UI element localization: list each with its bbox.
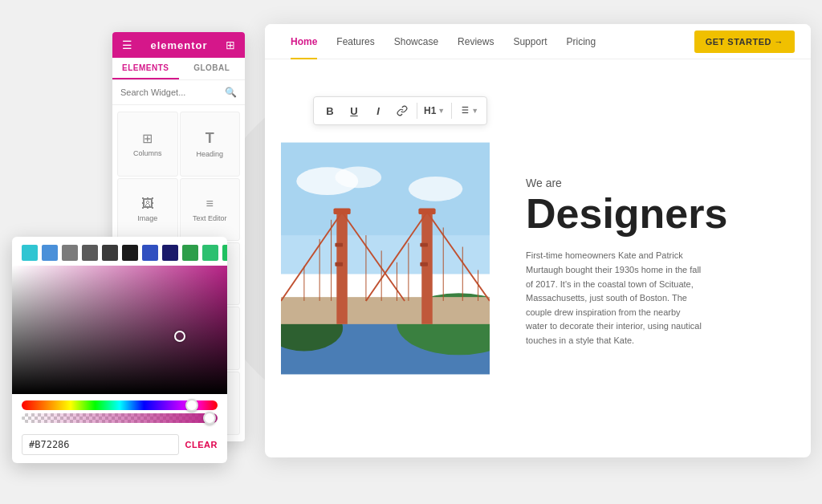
color-gradient-picker[interactable] [12,266,227,394]
text-formatting-toolbar: B U I H1 ▼ ▼ [313,96,487,125]
svg-rect-8 [281,297,490,324]
text-editor-icon: ≡ [206,197,214,211]
opacity-slider[interactable] [22,413,218,423]
widget-text-editor[interactable]: ≡ Text Editor [180,178,241,241]
bold-button[interactable]: B [319,100,341,121]
svg-rect-10 [421,212,432,324]
tab-global[interactable]: GLOBAL [179,58,246,79]
list-dropdown[interactable]: ▼ [455,104,482,118]
heading-label: H1 [424,105,436,116]
hue-slider[interactable] [22,400,218,410]
search-input[interactable] [120,87,225,97]
swatch-darkblue[interactable] [142,245,158,261]
swatch-gray1[interactable] [62,245,78,261]
toolbar-divider-2 [451,103,452,119]
bridge-image [281,138,490,379]
svg-rect-15 [420,243,428,247]
nav-home[interactable]: Home [281,24,327,59]
hero-body: First-time homeowners Kate and Patrick M… [526,249,702,348]
swatch-black[interactable] [122,245,138,261]
sidebar-tabs: ELEMENTS GLOBAL [112,58,245,80]
grid-icon[interactable]: ⊞ [226,39,235,51]
heading-icon: T [206,130,214,147]
svg-rect-16 [420,262,428,266]
nav-support[interactable]: Support [503,24,556,59]
website-preview: Home Features Showcase Reviews Support P… [265,24,811,457]
swatch-gray2[interactable] [82,245,98,261]
opacity-thumb[interactable] [203,412,216,425]
svg-point-4 [409,177,462,201]
swatch-green1[interactable] [182,245,198,261]
widget-heading[interactable]: T Heading [180,112,241,177]
underline-button[interactable]: U [343,100,365,121]
nav-pricing[interactable]: Pricing [556,24,605,59]
svg-rect-13 [335,243,343,247]
list-icon [458,104,470,118]
widget-text-editor-label: Text Editor [193,214,227,222]
svg-point-3 [335,166,381,188]
widget-columns-label: Columns [133,149,162,157]
chevron-down-icon: ▼ [437,107,445,115]
preview-text-area: We are Designers First-time homeowners K… [506,59,811,457]
toolbar-divider [417,103,417,119]
color-hex-row: CLEAR [12,429,227,463]
link-icon [397,105,408,116]
columns-icon: ⊞ [142,131,153,146]
nav-reviews[interactable]: Reviews [448,24,503,59]
italic-button[interactable]: I [367,100,389,121]
gradient-canvas[interactable] [12,266,227,394]
swatch-blue[interactable] [42,245,58,261]
sidebar-logo: elementor [150,39,207,51]
swatch-green2[interactable] [202,245,218,261]
sidebar-header: ☰ elementor ⊞ [112,32,245,58]
image-icon: 🖼 [141,197,154,211]
color-picker: + CLEAR [12,237,227,463]
gradient-dark [12,266,227,394]
hero-title: Designers [526,193,791,234]
nav-features[interactable]: Features [327,24,384,59]
hue-thumb[interactable] [185,399,198,412]
preview-nav: Home Features Showcase Reviews Support P… [265,24,811,59]
hex-input[interactable] [22,434,179,455]
widget-image-label: Image [137,214,157,222]
swatch-green3[interactable] [222,245,227,261]
svg-rect-11 [333,208,350,214]
svg-rect-9 [336,212,347,324]
color-swatches: + [12,237,227,266]
widget-image[interactable]: 🖼 Image [117,178,178,241]
widget-heading-label: Heading [196,150,223,158]
swatch-navy[interactable] [162,245,178,261]
svg-rect-14 [335,262,343,266]
svg-rect-12 [418,208,435,214]
menu-icon[interactable]: ☰ [122,39,132,51]
widget-columns[interactable]: ⊞ Columns [117,112,178,177]
hero-subtitle: We are [526,177,791,189]
tab-elements[interactable]: ELEMENTS [112,58,179,79]
widget-search-bar: 🔍 [112,80,245,105]
heading-dropdown[interactable]: H1 ▼ [421,105,448,116]
clear-button[interactable]: CLEAR [185,440,218,449]
search-icon: 🔍 [225,87,237,98]
nav-showcase[interactable]: Showcase [385,24,448,59]
swatch-cyan[interactable] [22,245,38,261]
list-chevron-icon: ▼ [471,107,478,115]
nav-cta-button[interactable]: GET STARTED → [694,30,795,53]
link-button[interactable] [391,100,413,121]
swatch-gray3[interactable] [102,245,118,261]
